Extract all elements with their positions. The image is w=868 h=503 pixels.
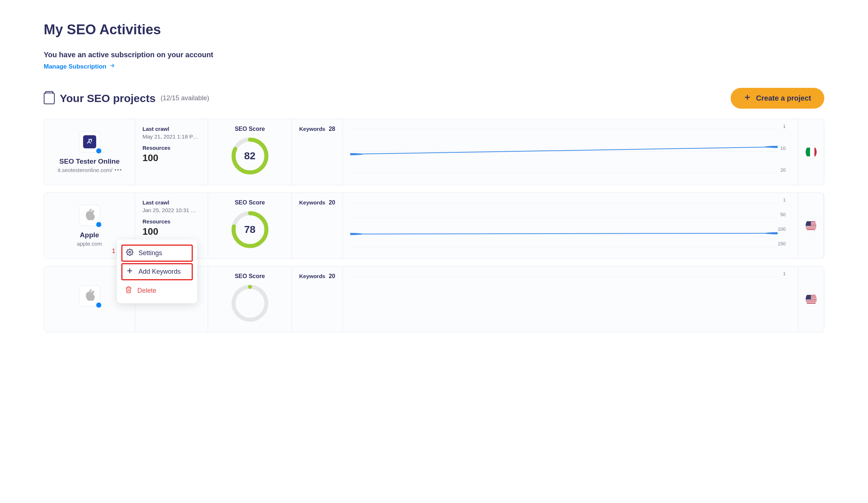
svg-rect-8 bbox=[810, 148, 814, 156]
menu-settings-label: Settings bbox=[138, 249, 162, 257]
projects-title: Your SEO projects bbox=[60, 92, 156, 105]
more-icon[interactable] bbox=[115, 169, 121, 171]
manage-subscription-link[interactable]: Manage Subscription bbox=[44, 63, 115, 70]
project-url-row: apple.com bbox=[77, 241, 102, 247]
page-title: My SEO Activities bbox=[44, 22, 824, 38]
last-crawl-value: May 21, 2021 1:18 P… bbox=[142, 133, 200, 140]
keywords-label: Keywords bbox=[299, 126, 325, 132]
chart-tick-label: 1 bbox=[783, 271, 786, 276]
svg-point-5 bbox=[350, 153, 363, 155]
svg-rect-44 bbox=[806, 300, 817, 301]
project-url: it.seotesteronline.com/ bbox=[58, 167, 112, 173]
status-dot-icon bbox=[96, 148, 101, 153]
project-card[interactable]: Apple apple.com Last crawl Jan 25, 2022 … bbox=[44, 192, 824, 259]
seo-score-ring: 78 bbox=[230, 210, 270, 250]
seo-score-ring: 82 bbox=[230, 136, 270, 176]
menu-delete-label: Delete bbox=[137, 287, 156, 295]
chart-tick-label: 100 bbox=[778, 226, 786, 232]
chart-tick-label: 150 bbox=[778, 241, 786, 246]
keywords-label: Keywords bbox=[299, 199, 325, 206]
project-name: Apple bbox=[80, 231, 99, 239]
projects-icon bbox=[44, 93, 55, 104]
project-logo bbox=[79, 285, 100, 307]
svg-point-6 bbox=[765, 146, 778, 148]
resources-label: Resources bbox=[142, 218, 200, 225]
project-url: apple.com bbox=[77, 241, 102, 247]
svg-rect-29 bbox=[806, 229, 816, 229]
plus-icon bbox=[744, 94, 751, 103]
svg-rect-28 bbox=[806, 228, 816, 229]
svg-rect-48 bbox=[806, 303, 817, 304]
status-dot-icon bbox=[96, 222, 101, 227]
project-logo bbox=[79, 205, 100, 226]
seo-score-label: SEO Score bbox=[235, 126, 265, 132]
chart-tick-label: 1 bbox=[783, 124, 786, 129]
annotation-1: 1 bbox=[112, 247, 115, 255]
country-flag-icon bbox=[806, 293, 817, 306]
projects-header: Your SEO projects (12/15 available) Crea… bbox=[44, 88, 824, 109]
svg-rect-43 bbox=[806, 300, 817, 300]
last-crawl-value: Jan 25, 2022 10:31 … bbox=[142, 207, 200, 213]
rank-chart: 11020 bbox=[343, 119, 798, 185]
chart-tick-label: 50 bbox=[781, 212, 786, 217]
project-logo bbox=[79, 131, 100, 152]
keywords-count: 28 bbox=[329, 126, 335, 133]
gear-icon bbox=[126, 249, 133, 258]
manage-subscription-label: Manage Subscription bbox=[44, 63, 106, 70]
last-crawl-label: Last crawl bbox=[142, 199, 200, 206]
svg-rect-7 bbox=[806, 148, 810, 156]
trash-icon bbox=[125, 286, 132, 295]
resources-label: Resources bbox=[142, 145, 200, 151]
seo-score-value: 78 bbox=[230, 210, 270, 250]
seo-score-ring bbox=[230, 283, 270, 323]
rank-chart: 150100150 bbox=[343, 193, 798, 258]
seo-score-label: SEO Score bbox=[235, 199, 265, 206]
create-project-label: Create a project bbox=[756, 94, 811, 102]
create-project-button[interactable]: Create a project bbox=[731, 88, 824, 109]
seo-score-value bbox=[230, 283, 270, 323]
svg-point-16 bbox=[350, 233, 363, 235]
menu-add-keywords[interactable]: Add Keywords bbox=[121, 263, 193, 280]
svg-rect-47 bbox=[806, 302, 817, 303]
country-flag-icon bbox=[806, 145, 817, 159]
seo-score-label: SEO Score bbox=[235, 273, 265, 280]
country-flag-icon bbox=[806, 219, 816, 232]
menu-settings[interactable]: Settings bbox=[121, 245, 193, 262]
svg-point-32 bbox=[129, 252, 131, 253]
arrow-right-icon bbox=[109, 63, 115, 70]
keywords-label: Keywords bbox=[299, 273, 325, 279]
svg-rect-31 bbox=[806, 221, 811, 226]
chart-tick-label: 20 bbox=[781, 167, 786, 173]
status-dot-icon bbox=[96, 303, 101, 308]
svg-rect-30 bbox=[806, 229, 816, 230]
project-url-row: it.seotesteronline.com/ bbox=[58, 167, 121, 173]
last-crawl-label: Last crawl bbox=[142, 126, 200, 132]
svg-rect-25 bbox=[806, 226, 816, 227]
svg-rect-9 bbox=[814, 148, 817, 156]
svg-point-17 bbox=[765, 232, 778, 234]
keywords-count: 20 bbox=[329, 273, 335, 281]
chart-tick-label: 10 bbox=[781, 145, 786, 151]
chart-tick-label: 1 bbox=[783, 197, 786, 203]
svg-rect-49 bbox=[806, 295, 811, 300]
menu-add-keywords-label: Add Keywords bbox=[138, 268, 181, 276]
project-card[interactable]: SEO Tester Online it.seotesteronline.com… bbox=[44, 119, 824, 185]
svg-rect-46 bbox=[806, 301, 817, 302]
resources-value: 100 bbox=[142, 226, 200, 237]
project-name: SEO Tester Online bbox=[59, 157, 120, 165]
svg-rect-26 bbox=[806, 227, 816, 227]
projects-availability: (12/15 available) bbox=[161, 94, 209, 102]
svg-rect-45 bbox=[806, 301, 817, 302]
subscription-status: You have an active subscription on your … bbox=[44, 51, 824, 59]
plus-icon bbox=[126, 267, 133, 276]
rank-chart: 1 bbox=[343, 266, 798, 332]
menu-delete[interactable]: Delete bbox=[117, 282, 197, 300]
svg-rect-27 bbox=[806, 227, 816, 228]
resources-value: 100 bbox=[142, 152, 200, 164]
project-context-menu: Settings Add Keywords Delete bbox=[117, 239, 197, 303]
keywords-count: 20 bbox=[329, 199, 335, 207]
seo-score-value: 82 bbox=[230, 136, 270, 176]
